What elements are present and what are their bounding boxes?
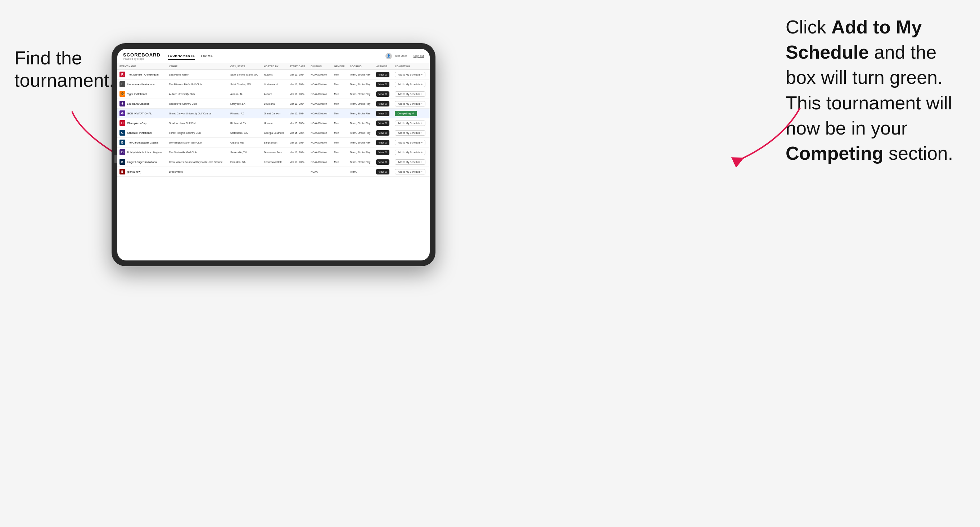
team-logo: B bbox=[119, 169, 125, 175]
view-button[interactable]: View ⊙ bbox=[376, 91, 390, 97]
competing-cell: Add to My Schedule + bbox=[393, 70, 430, 79]
event-name-text: GCU INVITATIONAL bbox=[127, 112, 152, 115]
table-row: R The Johnnie - O Individual Sea Palms R… bbox=[117, 70, 430, 79]
event-name-cell: B Bobby Nichols Intercollegiate bbox=[117, 148, 167, 157]
add-to-schedule-button[interactable]: Add to My Schedule + bbox=[395, 121, 425, 126]
division-cell: NCAA Division I bbox=[309, 70, 332, 79]
competing-cell: Add to My Schedule + bbox=[393, 148, 430, 157]
division-cell: NCAA Division I bbox=[309, 79, 332, 89]
col-start-date: START DATE bbox=[288, 63, 309, 70]
event-name-text: Bobby Nichols Intercollegiate bbox=[127, 151, 162, 154]
venue-cell: Auburn University Club bbox=[167, 89, 229, 99]
hosted-by-cell: Kennesaw State bbox=[262, 157, 287, 167]
event-name-cell: 🐯 Tiger Invitational bbox=[117, 89, 167, 99]
hosted-by-cell: Tennessee Tech bbox=[262, 148, 287, 157]
venue-cell: The Missouri Bluffs Golf Club bbox=[167, 79, 229, 89]
event-name-cell: B The Carpetbagger Classic bbox=[117, 138, 167, 148]
add-to-schedule-button[interactable]: Add to My Schedule + bbox=[395, 169, 425, 175]
table-row: G Schenkel Invitational Forest Heights C… bbox=[117, 128, 430, 138]
start-date-cell: Mar 11, 2024 bbox=[288, 89, 309, 99]
view-button[interactable]: View ⊙ bbox=[376, 101, 390, 106]
hosted-by-cell bbox=[262, 167, 287, 177]
add-to-schedule-button[interactable]: Add to My Schedule + bbox=[395, 130, 425, 136]
header-right: 👤 Test User | Sign out bbox=[385, 53, 424, 59]
scoring-cell: Team, Stroke Play bbox=[348, 109, 374, 118]
event-name-text: Linger Longer Invitational bbox=[127, 160, 157, 163]
user-label: Test User bbox=[395, 54, 407, 57]
add-to-schedule-button[interactable]: Add to My Schedule + bbox=[395, 159, 425, 165]
city-state-cell: Saint Charles, MO bbox=[228, 79, 262, 89]
gender-cell: Men bbox=[332, 109, 348, 118]
team-logo: G bbox=[119, 130, 125, 136]
tab-tournaments[interactable]: TOURNAMENTS bbox=[168, 52, 195, 60]
actions-cell: View ⊙ bbox=[374, 89, 393, 99]
view-button[interactable]: View ⊙ bbox=[376, 111, 390, 116]
gender-cell: Men bbox=[332, 157, 348, 167]
gender-cell: Men bbox=[332, 118, 348, 128]
venue-cell: Oakbourne Country Club bbox=[167, 99, 229, 109]
view-button[interactable]: View ⊙ bbox=[376, 130, 390, 136]
table-container: EVENT NAME VENUE CITY, STATE HOSTED BY S… bbox=[117, 63, 430, 260]
add-to-schedule-button[interactable]: Add to My Schedule + bbox=[395, 101, 425, 106]
team-logo: B bbox=[119, 140, 125, 145]
view-button[interactable]: View ⊙ bbox=[376, 159, 390, 165]
hosted-by-cell: Rutgers bbox=[262, 70, 287, 79]
competing-button[interactable]: Competing ✓ bbox=[395, 111, 417, 116]
division-cell: NCAA Division I bbox=[309, 109, 332, 118]
add-to-schedule-button[interactable]: Add to My Schedule + bbox=[395, 72, 425, 77]
start-date-cell bbox=[288, 167, 309, 177]
view-button[interactable]: View ⊙ bbox=[376, 169, 390, 175]
table-row: B (partial row) Brook ValleyNCAATeam,Vie… bbox=[117, 167, 430, 177]
table-header-row: EVENT NAME VENUE CITY, STATE HOSTED BY S… bbox=[117, 63, 430, 70]
start-date-cell: Mar 11, 2024 bbox=[288, 79, 309, 89]
table-row: ⚜ Louisiana Classics Oakbourne Country C… bbox=[117, 99, 430, 109]
actions-cell: View ⊙ bbox=[374, 79, 393, 89]
scoring-cell: Team, Stroke Play bbox=[348, 89, 374, 99]
view-button[interactable]: View ⊙ bbox=[376, 121, 390, 126]
team-logo: B bbox=[119, 149, 125, 155]
tab-teams[interactable]: TEAMS bbox=[200, 52, 213, 60]
table-row: L Lindenwood Invitational The Missouri B… bbox=[117, 79, 430, 89]
hosted-by-cell: Auburn bbox=[262, 89, 287, 99]
competing-cell: Add to My Schedule + bbox=[393, 118, 430, 128]
hosted-by-cell: Georgia Southern bbox=[262, 128, 287, 138]
view-button[interactable]: View ⊙ bbox=[376, 150, 390, 155]
view-button[interactable]: View ⊙ bbox=[376, 82, 390, 87]
view-button[interactable]: View ⊙ bbox=[376, 140, 390, 145]
event-name-text: The Carpetbagger Classic bbox=[127, 141, 158, 144]
scoring-cell: Team, Stroke Play bbox=[348, 79, 374, 89]
hosted-by-cell: Houston bbox=[262, 118, 287, 128]
add-to-schedule-button[interactable]: Add to My Schedule + bbox=[395, 140, 425, 145]
right-annotation: Click Add to My Schedule and the box wil… bbox=[786, 14, 958, 166]
venue-cell: Forest Heights Country Club bbox=[167, 128, 229, 138]
col-competing: COMPETING bbox=[393, 63, 430, 70]
city-state-cell: Richmond, TX bbox=[228, 118, 262, 128]
signout-link[interactable]: Sign out bbox=[414, 54, 424, 57]
start-date-cell: Mar 13, 2024 bbox=[288, 118, 309, 128]
competing-cell: Competing ✓ bbox=[393, 109, 430, 118]
add-to-schedule-button[interactable]: Add to My Schedule + bbox=[395, 91, 425, 97]
city-state-cell: Sevierville, TN bbox=[228, 148, 262, 157]
table-row: B The Carpetbagger Classic Worthington M… bbox=[117, 138, 430, 148]
team-logo: L bbox=[119, 81, 125, 87]
start-date-cell: Mar 11, 2024 bbox=[288, 99, 309, 109]
actions-cell: View ⊙ bbox=[374, 157, 393, 167]
gender-cell: Men bbox=[332, 128, 348, 138]
division-cell: NCAA Division I bbox=[309, 118, 332, 128]
scoring-cell: Team, Stroke Play bbox=[348, 148, 374, 157]
city-state-cell bbox=[228, 167, 262, 177]
event-name-text: Schenkel Invitational bbox=[127, 131, 152, 135]
table-row: 🐯 Tiger Invitational Auburn University C… bbox=[117, 89, 430, 99]
scoring-cell: Team, Stroke Play bbox=[348, 118, 374, 128]
add-to-schedule-button[interactable]: Add to My Schedule + bbox=[395, 82, 425, 87]
venue-cell: The Sevierville Golf Club bbox=[167, 148, 229, 157]
division-cell: NCAA Division I bbox=[309, 128, 332, 138]
sidebar-toggle[interactable] bbox=[115, 155, 117, 163]
hosted-by-cell: Grand Canyon bbox=[262, 109, 287, 118]
event-name-cell: G GCU INVITATIONAL bbox=[117, 109, 167, 118]
event-name-text: The Johnnie - O Individual bbox=[127, 73, 159, 76]
actions-cell: View ⊙ bbox=[374, 167, 393, 177]
event-name-text: Louisiana Classics bbox=[127, 102, 150, 105]
add-to-schedule-button[interactable]: Add to My Schedule + bbox=[395, 150, 425, 155]
view-button[interactable]: View ⊙ bbox=[376, 72, 390, 77]
